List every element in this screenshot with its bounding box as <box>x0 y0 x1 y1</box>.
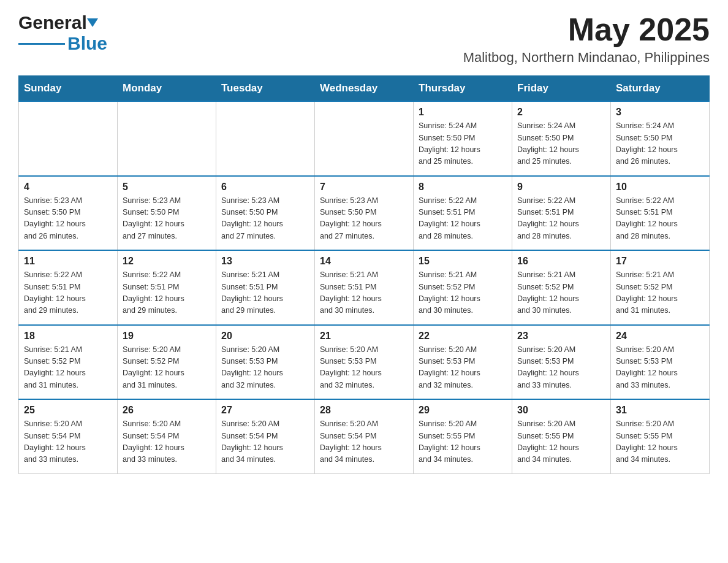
day-info: Sunrise: 5:20 AM Sunset: 5:54 PM Dayligh… <box>320 418 408 466</box>
calendar-cell: 23Sunrise: 5:20 AM Sunset: 5:53 PM Dayli… <box>512 325 611 400</box>
calendar-cell: 31Sunrise: 5:20 AM Sunset: 5:55 PM Dayli… <box>611 399 710 473</box>
calendar-cell: 9Sunrise: 5:22 AM Sunset: 5:51 PM Daylig… <box>512 176 611 251</box>
day-number: 29 <box>419 405 507 416</box>
day-number: 2 <box>517 107 605 118</box>
month-year-title: May 2025 <box>463 12 710 47</box>
weekday-header-wednesday: Wednesday <box>315 76 414 102</box>
calendar-cell: 13Sunrise: 5:21 AM Sunset: 5:51 PM Dayli… <box>216 250 315 325</box>
calendar-cell: 25Sunrise: 5:20 AM Sunset: 5:54 PM Dayli… <box>19 399 118 473</box>
calendar-week-row: 4Sunrise: 5:23 AM Sunset: 5:50 PM Daylig… <box>19 176 710 251</box>
day-info: Sunrise: 5:21 AM Sunset: 5:52 PM Dayligh… <box>616 269 704 317</box>
calendar-cell <box>118 101 216 176</box>
weekday-header-row: SundayMondayTuesdayWednesdayThursdayFrid… <box>19 76 710 102</box>
day-info: Sunrise: 5:21 AM Sunset: 5:51 PM Dayligh… <box>221 269 309 317</box>
calendar-cell: 6Sunrise: 5:23 AM Sunset: 5:50 PM Daylig… <box>216 176 315 251</box>
day-number: 17 <box>616 256 704 267</box>
weekday-header-sunday: Sunday <box>19 76 118 102</box>
day-number: 4 <box>24 182 112 193</box>
calendar-cell: 30Sunrise: 5:20 AM Sunset: 5:55 PM Dayli… <box>512 399 611 473</box>
calendar-cell: 14Sunrise: 5:21 AM Sunset: 5:51 PM Dayli… <box>315 250 414 325</box>
day-number: 8 <box>419 182 507 193</box>
day-number: 7 <box>320 182 408 193</box>
day-info: Sunrise: 5:20 AM Sunset: 5:53 PM Dayligh… <box>517 344 605 392</box>
day-info: Sunrise: 5:22 AM Sunset: 5:51 PM Dayligh… <box>517 195 605 243</box>
day-number: 19 <box>123 331 211 342</box>
calendar-cell: 12Sunrise: 5:22 AM Sunset: 5:51 PM Dayli… <box>118 250 216 325</box>
location-subtitle: Malitbog, Northern Mindanao, Philippines <box>463 50 710 66</box>
day-info: Sunrise: 5:24 AM Sunset: 5:50 PM Dayligh… <box>517 120 605 168</box>
day-number: 28 <box>320 405 408 416</box>
calendar-cell: 7Sunrise: 5:23 AM Sunset: 5:50 PM Daylig… <box>315 176 414 251</box>
day-number: 12 <box>123 256 211 267</box>
day-info: Sunrise: 5:21 AM Sunset: 5:52 PM Dayligh… <box>419 269 507 317</box>
page-header: General Blue May 2025 Malitbog, Northern… <box>18 12 710 66</box>
calendar-week-row: 25Sunrise: 5:20 AM Sunset: 5:54 PM Dayli… <box>19 399 710 473</box>
calendar-cell: 8Sunrise: 5:22 AM Sunset: 5:51 PM Daylig… <box>414 176 512 251</box>
day-info: Sunrise: 5:20 AM Sunset: 5:53 PM Dayligh… <box>616 344 704 392</box>
day-number: 20 <box>221 331 309 342</box>
day-info: Sunrise: 5:20 AM Sunset: 5:54 PM Dayligh… <box>221 418 309 466</box>
day-info: Sunrise: 5:20 AM Sunset: 5:52 PM Dayligh… <box>123 344 211 392</box>
day-number: 5 <box>123 182 211 193</box>
calendar-cell: 5Sunrise: 5:23 AM Sunset: 5:50 PM Daylig… <box>118 176 216 251</box>
day-number: 13 <box>221 256 309 267</box>
day-info: Sunrise: 5:20 AM Sunset: 5:53 PM Dayligh… <box>221 344 309 392</box>
day-info: Sunrise: 5:20 AM Sunset: 5:55 PM Dayligh… <box>616 418 704 466</box>
day-info: Sunrise: 5:20 AM Sunset: 5:53 PM Dayligh… <box>419 344 507 392</box>
day-info: Sunrise: 5:22 AM Sunset: 5:51 PM Dayligh… <box>616 195 704 243</box>
calendar-cell <box>315 101 414 176</box>
day-info: Sunrise: 5:21 AM Sunset: 5:52 PM Dayligh… <box>517 269 605 317</box>
day-number: 1 <box>419 107 507 118</box>
weekday-header-tuesday: Tuesday <box>216 76 315 102</box>
calendar-cell: 20Sunrise: 5:20 AM Sunset: 5:53 PM Dayli… <box>216 325 315 400</box>
day-number: 9 <box>517 182 605 193</box>
day-number: 18 <box>24 331 112 342</box>
day-info: Sunrise: 5:24 AM Sunset: 5:50 PM Dayligh… <box>616 120 704 168</box>
calendar-cell: 26Sunrise: 5:20 AM Sunset: 5:54 PM Dayli… <box>118 399 216 473</box>
day-number: 23 <box>517 331 605 342</box>
day-info: Sunrise: 5:21 AM Sunset: 5:52 PM Dayligh… <box>24 344 112 392</box>
calendar-cell: 27Sunrise: 5:20 AM Sunset: 5:54 PM Dayli… <box>216 399 315 473</box>
day-info: Sunrise: 5:23 AM Sunset: 5:50 PM Dayligh… <box>123 195 211 243</box>
day-number: 27 <box>221 405 309 416</box>
logo-blue-text: Blue <box>67 33 107 54</box>
day-number: 11 <box>24 256 112 267</box>
calendar-cell <box>19 101 118 176</box>
calendar-cell: 19Sunrise: 5:20 AM Sunset: 5:52 PM Dayli… <box>118 325 216 400</box>
day-number: 6 <box>221 182 309 193</box>
weekday-header-saturday: Saturday <box>611 76 710 102</box>
calendar-cell: 22Sunrise: 5:20 AM Sunset: 5:53 PM Dayli… <box>414 325 512 400</box>
logo-triangle-icon <box>86 16 99 29</box>
day-info: Sunrise: 5:22 AM Sunset: 5:51 PM Dayligh… <box>123 269 211 317</box>
calendar-cell: 4Sunrise: 5:23 AM Sunset: 5:50 PM Daylig… <box>19 176 118 251</box>
day-info: Sunrise: 5:20 AM Sunset: 5:53 PM Dayligh… <box>320 344 408 392</box>
calendar-week-row: 11Sunrise: 5:22 AM Sunset: 5:51 PM Dayli… <box>19 250 710 325</box>
day-number: 15 <box>419 256 507 267</box>
day-info: Sunrise: 5:20 AM Sunset: 5:54 PM Dayligh… <box>24 418 112 466</box>
calendar-cell <box>216 101 315 176</box>
calendar-cell: 2Sunrise: 5:24 AM Sunset: 5:50 PM Daylig… <box>512 101 611 176</box>
calendar-week-row: 18Sunrise: 5:21 AM Sunset: 5:52 PM Dayli… <box>19 325 710 400</box>
day-info: Sunrise: 5:22 AM Sunset: 5:51 PM Dayligh… <box>24 269 112 317</box>
calendar-cell: 1Sunrise: 5:24 AM Sunset: 5:50 PM Daylig… <box>414 101 512 176</box>
day-number: 30 <box>517 405 605 416</box>
day-info: Sunrise: 5:24 AM Sunset: 5:50 PM Dayligh… <box>419 120 507 168</box>
calendar-cell: 3Sunrise: 5:24 AM Sunset: 5:50 PM Daylig… <box>611 101 710 176</box>
weekday-header-thursday: Thursday <box>414 76 512 102</box>
day-info: Sunrise: 5:23 AM Sunset: 5:50 PM Dayligh… <box>24 195 112 243</box>
day-number: 24 <box>616 331 704 342</box>
calendar-week-row: 1Sunrise: 5:24 AM Sunset: 5:50 PM Daylig… <box>19 101 710 176</box>
day-number: 26 <box>123 405 211 416</box>
logo: General Blue <box>18 12 107 54</box>
day-number: 10 <box>616 182 704 193</box>
calendar-cell: 28Sunrise: 5:20 AM Sunset: 5:54 PM Dayli… <box>315 399 414 473</box>
day-number: 14 <box>320 256 408 267</box>
day-info: Sunrise: 5:23 AM Sunset: 5:50 PM Dayligh… <box>221 195 309 243</box>
day-info: Sunrise: 5:23 AM Sunset: 5:50 PM Dayligh… <box>320 195 408 243</box>
weekday-header-monday: Monday <box>118 76 216 102</box>
calendar-cell: 11Sunrise: 5:22 AM Sunset: 5:51 PM Dayli… <box>19 250 118 325</box>
day-info: Sunrise: 5:21 AM Sunset: 5:51 PM Dayligh… <box>320 269 408 317</box>
day-info: Sunrise: 5:20 AM Sunset: 5:55 PM Dayligh… <box>517 418 605 466</box>
svg-marker-0 <box>87 18 98 27</box>
day-number: 3 <box>616 107 704 118</box>
